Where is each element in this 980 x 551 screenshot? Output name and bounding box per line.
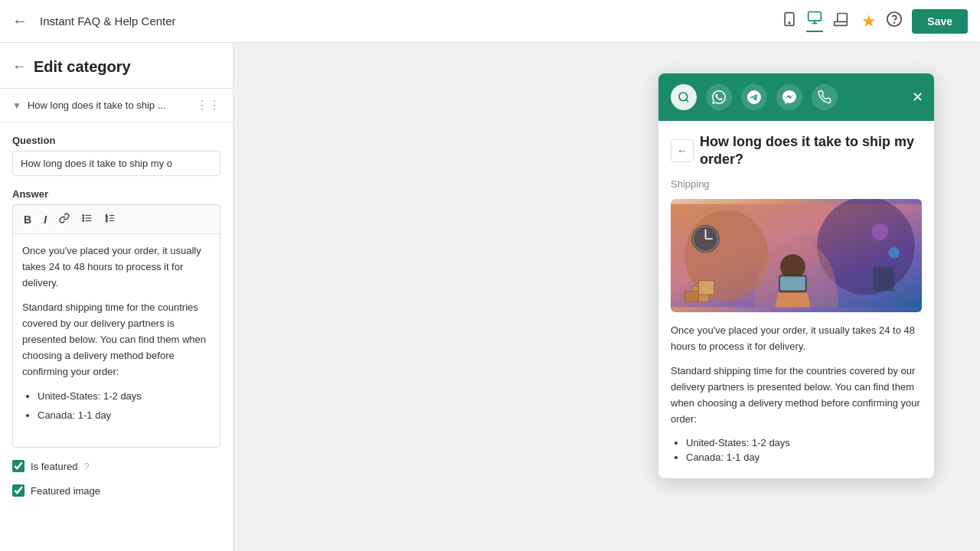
- help-icon[interactable]: [886, 11, 903, 31]
- ordered-list-button[interactable]: 123: [100, 210, 120, 229]
- widget-close-button[interactable]: ✕: [912, 89, 923, 106]
- responsive-icon[interactable]: [832, 11, 849, 31]
- topbar-right: ★ Save: [861, 9, 968, 34]
- answer-para2: Standard shipping time for the countries…: [22, 300, 211, 380]
- star-icon: ★: [861, 11, 877, 31]
- svg-rect-30: [684, 291, 698, 302]
- svg-point-1: [789, 22, 790, 24]
- widget-nav-row: ← How long does it take to ship my order…: [671, 133, 922, 169]
- messenger-channel-icon[interactable]: [776, 84, 802, 110]
- answer-field-group: Answer B I 123 Once you've placed your: [12, 188, 220, 448]
- answer-list: United-States: 1-2 days Canada: 1-1 day: [22, 389, 211, 424]
- chevron-down-icon: ▼: [12, 100, 21, 111]
- category-label: How long does it take to ship ...: [28, 99, 190, 111]
- sidebar-title: Edit category: [34, 58, 131, 76]
- sidebar-back-button[interactable]: ←: [12, 59, 26, 75]
- italic-button[interactable]: I: [39, 210, 51, 229]
- svg-point-7: [894, 22, 895, 23]
- svg-point-32: [888, 247, 900, 259]
- whatsapp-channel-icon[interactable]: [706, 84, 732, 110]
- list-item: United-States: 1-2 days: [686, 437, 922, 448]
- answer-para1: Once you've placed your order, it usuall…: [22, 243, 211, 291]
- svg-point-13: [83, 220, 84, 222]
- question-field-group: Question: [12, 135, 220, 176]
- is-featured-checkbox[interactable]: [12, 460, 24, 472]
- svg-rect-2: [808, 12, 822, 21]
- widget-para2: Standard shipping time for the countries…: [671, 364, 922, 427]
- svg-rect-27: [780, 276, 805, 290]
- widget-question-title: How long does it take to ship my order?: [700, 133, 922, 169]
- main-layout: ← Edit category ▼ How long does it take …: [0, 43, 980, 551]
- svg-point-20: [679, 93, 688, 101]
- form-area: Question Answer B I 123: [0, 122, 233, 509]
- widget-body: ← How long does it take to ship my order…: [658, 121, 934, 478]
- phone-channel-icon[interactable]: [812, 84, 838, 110]
- topbar-title: Instant FAQ & Help Center: [40, 15, 769, 28]
- telegram-channel-icon[interactable]: [741, 84, 767, 110]
- question-input[interactable]: [12, 151, 220, 176]
- widget-popup: ✕ ← How long does it take to ship my ord…: [658, 73, 934, 478]
- preview-area: ✕ ← How long does it take to ship my ord…: [234, 43, 980, 551]
- featured-image-checkbox[interactable]: [12, 484, 24, 497]
- is-featured-label: Is featured: [31, 461, 77, 472]
- tablet-icon[interactable]: [782, 11, 797, 31]
- widget-illustration: [671, 199, 922, 312]
- widget-list: United-States: 1-2 days Canada: 1-1 day: [671, 437, 922, 463]
- topbar-device-icons: [782, 10, 849, 32]
- topbar-back-icon[interactable]: ←: [12, 12, 28, 30]
- link-button[interactable]: [54, 210, 74, 229]
- widget-header: ✕: [658, 73, 934, 121]
- save-button[interactable]: Save: [912, 9, 968, 34]
- category-item[interactable]: ▼ How long does it take to ship ... ⋮⋮: [0, 89, 233, 122]
- svg-point-12: [83, 217, 84, 219]
- sidebar-header: ← Edit category: [0, 43, 233, 89]
- svg-rect-29: [698, 281, 714, 295]
- is-featured-row: Is featured ?: [12, 460, 220, 472]
- widget-content: Once you've placed your order, it usuall…: [671, 323, 922, 463]
- list-item: Canada: 1-1 day: [686, 452, 922, 463]
- sidebar: ← Edit category ▼ How long does it take …: [0, 43, 234, 551]
- unordered-list-button[interactable]: [77, 210, 97, 229]
- widget-back-button[interactable]: ←: [671, 139, 694, 162]
- featured-image-row: Featured image: [12, 484, 220, 497]
- list-item: United-States: 1-2 days: [38, 389, 211, 405]
- svg-line-21: [686, 99, 688, 102]
- featured-image-label: Featured image: [31, 485, 100, 497]
- list-item: Canada: 1-1 day: [38, 408, 211, 424]
- svg-text:3: 3: [106, 220, 107, 223]
- answer-label: Answer: [12, 188, 220, 200]
- info-icon: ?: [83, 461, 89, 472]
- category-more-icon[interactable]: ⋮⋮: [196, 98, 220, 112]
- svg-point-31: [871, 223, 888, 240]
- editor-toolbar: B I 123: [12, 204, 220, 233]
- answer-editor[interactable]: Once you've placed your order, it usuall…: [12, 233, 220, 448]
- bold-button[interactable]: B: [19, 210, 36, 229]
- svg-rect-5: [835, 21, 848, 25]
- widget-para1: Once you've placed your order, it usuall…: [671, 323, 922, 355]
- widget-category-tag: Shipping: [671, 178, 922, 190]
- monitor-icon[interactable]: [806, 10, 823, 32]
- search-channel-icon[interactable]: [671, 84, 697, 110]
- svg-rect-33: [873, 266, 893, 291]
- question-label: Question: [12, 135, 220, 146]
- svg-point-11: [83, 215, 84, 217]
- topbar: ← Instant FAQ & Help Center ★ Save: [0, 0, 980, 43]
